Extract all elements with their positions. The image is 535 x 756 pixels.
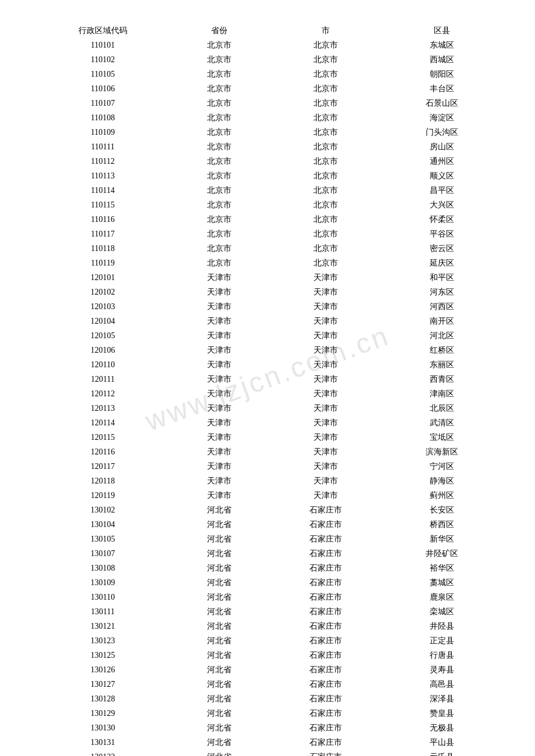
- table-row: 110115北京市北京市大兴区: [35, 198, 500, 212]
- table-cell: 130107: [35, 546, 170, 561]
- table-cell: 天津市: [268, 459, 384, 474]
- table-cell: 120110: [35, 357, 170, 372]
- table-cell: 天津市: [170, 270, 268, 285]
- table-cell: 130127: [35, 677, 170, 691]
- table-cell: 河北省: [170, 735, 268, 750]
- table-cell: 110111: [35, 139, 170, 154]
- table-cell: 130105: [35, 532, 170, 546]
- table-cell: 井陉矿区: [384, 546, 500, 561]
- table-row: 110105北京市北京市朝阳区: [35, 67, 500, 81]
- table-cell: 120101: [35, 270, 170, 285]
- table-cell: 和平区: [384, 270, 500, 285]
- table-cell: 河北省: [170, 662, 268, 677]
- table-cell: 石家庄市: [268, 706, 384, 721]
- table-cell: 河北省: [170, 677, 268, 691]
- table-cell: 北京市: [268, 125, 384, 139]
- table-cell: 天津市: [268, 299, 384, 314]
- table-cell: 110102: [35, 52, 170, 67]
- table-cell: 石景山区: [384, 96, 500, 110]
- table-row: 120101天津市天津市和平区: [35, 270, 500, 285]
- table-cell: 130125: [35, 648, 170, 662]
- table-cell: 北京市: [268, 139, 384, 154]
- table-cell: 高邑县: [384, 677, 500, 691]
- table-cell: 河北省: [170, 546, 268, 561]
- table-row: 120106天津市天津市红桥区: [35, 343, 500, 357]
- table-cell: 正定县: [384, 633, 500, 648]
- table-cell: 石家庄市: [268, 691, 384, 706]
- table-row: 110116北京市北京市怀柔区: [35, 212, 500, 227]
- table-cell: 石家庄市: [268, 750, 384, 756]
- table-cell: 河北省: [170, 633, 268, 648]
- table-cell: 天津市: [170, 459, 268, 474]
- table-cell: 河北省: [170, 721, 268, 735]
- table-row: 120111天津市天津市西青区: [35, 372, 500, 386]
- table-cell: 北京市: [268, 154, 384, 169]
- table-cell: 北京市: [170, 125, 268, 139]
- table-row: 130102河北省石家庄市长安区: [35, 503, 500, 517]
- table-cell: 北京市: [170, 227, 268, 241]
- table-cell: 130104: [35, 517, 170, 532]
- table-cell: 北京市: [170, 212, 268, 227]
- table-cell: 110105: [35, 67, 170, 81]
- table-cell: 天津市: [268, 357, 384, 372]
- table-cell: 天津市: [170, 430, 268, 445]
- table-row: 130108河北省石家庄市裕华区: [35, 561, 500, 575]
- table-row: 110118北京市北京市密云区: [35, 241, 500, 256]
- table-row: 130127河北省石家庄市高邑县: [35, 677, 500, 691]
- table-cell: 河北省: [170, 575, 268, 590]
- table-cell: 北京市: [170, 154, 268, 169]
- table-cell: 丰台区: [384, 81, 500, 96]
- table-cell: 北京市: [268, 256, 384, 270]
- table-cell: 宁河区: [384, 459, 500, 474]
- table-cell: 怀柔区: [384, 212, 500, 227]
- table-cell: 南开区: [384, 314, 500, 328]
- table-cell: 石家庄市: [268, 648, 384, 662]
- table-cell: 石家庄市: [268, 633, 384, 648]
- table-cell: 北京市: [268, 52, 384, 67]
- table-cell: 天津市: [268, 285, 384, 299]
- table-cell: 天津市: [268, 445, 384, 459]
- table-cell: 天津市: [268, 314, 384, 328]
- table-cell: 130132: [35, 750, 170, 756]
- table-cell: 北京市: [268, 96, 384, 110]
- table-cell: 130128: [35, 691, 170, 706]
- table-cell: 110115: [35, 198, 170, 212]
- table-cell: 天津市: [268, 343, 384, 357]
- table-cell: 天津市: [170, 445, 268, 459]
- table-row: 110113北京市北京市顺义区: [35, 169, 500, 183]
- table-cell: 130110: [35, 590, 170, 604]
- table-cell: 延庆区: [384, 256, 500, 270]
- table-cell: 110109: [35, 125, 170, 139]
- table-cell: 110116: [35, 212, 170, 227]
- table-cell: 海淀区: [384, 110, 500, 125]
- table-cell: 天津市: [170, 488, 268, 503]
- table-cell: 河北省: [170, 691, 268, 706]
- table-cell: 110119: [35, 256, 170, 270]
- table-cell: 石家庄市: [268, 546, 384, 561]
- table-cell: 北京市: [268, 38, 384, 52]
- table-cell: 120115: [35, 430, 170, 445]
- table-cell: 房山区: [384, 139, 500, 154]
- table-cell: 元氏县: [384, 750, 500, 756]
- table-cell: 西城区: [384, 52, 500, 67]
- table-cell: 北京市: [170, 81, 268, 96]
- table-row: 120119天津市天津市蓟州区: [35, 488, 500, 503]
- table-cell: 120116: [35, 445, 170, 459]
- table-row: 110119北京市北京市延庆区: [35, 256, 500, 270]
- table-cell: 鹿泉区: [384, 590, 500, 604]
- table-cell: 120119: [35, 488, 170, 503]
- table-row: 130128河北省石家庄市深泽县: [35, 691, 500, 706]
- table-cell: 河北省: [170, 532, 268, 546]
- table-cell: 天津市: [268, 386, 384, 401]
- table-cell: 河北省: [170, 706, 268, 721]
- table-cell: 通州区: [384, 154, 500, 169]
- table-cell: 北京市: [170, 110, 268, 125]
- table-cell: 天津市: [268, 372, 384, 386]
- table-cell: 120105: [35, 328, 170, 343]
- table-cell: 130121: [35, 619, 170, 633]
- table-row: 110106北京市北京市丰台区: [35, 81, 500, 96]
- table-cell: 130131: [35, 735, 170, 750]
- admin-region-table: 行政区域代码 省份 市 区县 110101北京市北京市东城区110102北京市北…: [35, 23, 500, 756]
- table-cell: 无极县: [384, 721, 500, 735]
- table-cell: 天津市: [170, 343, 268, 357]
